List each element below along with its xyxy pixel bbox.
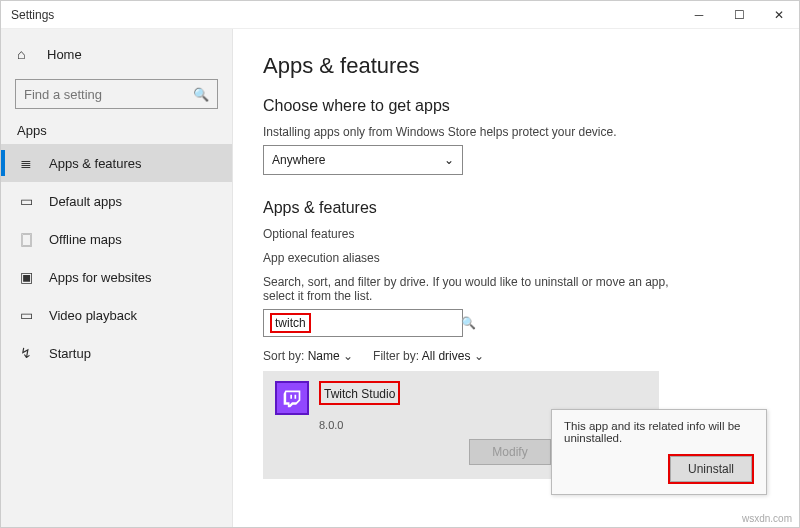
window-title: Settings: [11, 8, 54, 22]
startup-icon: ↯: [17, 345, 35, 361]
sort-by[interactable]: Sort by: Name ⌄: [263, 349, 353, 363]
popup-uninstall-highlight: Uninstall: [668, 454, 754, 484]
sidebar-item-label: Startup: [49, 346, 91, 361]
popup-uninstall-label: Uninstall: [688, 462, 734, 476]
search-icon: 🔍: [193, 87, 209, 102]
nav-group-label: Apps: [1, 109, 232, 144]
minimize-button[interactable]: ─: [679, 1, 719, 29]
search-apps-box[interactable]: twitch 🔍: [263, 309, 463, 337]
twitch-icon: [275, 381, 309, 415]
search-input-value[interactable]: twitch: [275, 316, 306, 330]
sidebar-item-startup[interactable]: ↯ Startup: [1, 334, 232, 372]
where-desc: Installing apps only from Windows Store …: [263, 125, 769, 139]
sidebar-item-label: Video playback: [49, 308, 137, 323]
home-icon: ⌂: [17, 46, 35, 62]
default-apps-icon: ▭: [17, 193, 35, 209]
chevron-down-icon: ⌄: [444, 153, 454, 167]
where-dropdown[interactable]: Anywhere ⌄: [263, 145, 463, 175]
search-value-highlight: twitch: [270, 313, 311, 333]
sidebar-item-label: Offline maps: [49, 232, 122, 247]
sidebar-item-apps-features[interactable]: ≣ Apps & features: [1, 144, 232, 182]
app-version: 8.0.0: [319, 419, 400, 431]
uninstall-popup: This app and its related info will be un…: [551, 409, 767, 495]
sort-value: Name: [308, 349, 340, 363]
filter-label: Filter by:: [373, 349, 419, 363]
filter-value: All drives: [422, 349, 471, 363]
sidebar-item-default-apps[interactable]: ▭ Default apps: [1, 182, 232, 220]
chevron-down-icon: ⌄: [343, 349, 353, 363]
map-icon: 🀆: [17, 231, 35, 248]
list-icon: ≣: [17, 155, 35, 171]
apps-section-heading: Apps & features: [263, 199, 769, 217]
filter-by[interactable]: Filter by: All drives ⌄: [373, 349, 484, 363]
video-icon: ▭: [17, 307, 35, 323]
app-name: Twitch Studio: [324, 387, 395, 401]
popup-uninstall-button[interactable]: Uninstall: [670, 456, 752, 482]
popup-text: This app and its related info will be un…: [564, 420, 754, 444]
modify-button: Modify: [469, 439, 551, 465]
sidebar: ⌂ Home 🔍 Apps ≣ Apps & features ▭ Defaul…: [1, 29, 233, 527]
app-aliases-link[interactable]: App execution aliases: [263, 251, 769, 265]
modify-label: Modify: [492, 445, 527, 459]
where-value: Anywhere: [272, 153, 325, 167]
main-panel: Apps & features Choose where to get apps…: [233, 29, 799, 527]
page-title: Apps & features: [263, 53, 769, 79]
search-icon: 🔍: [461, 316, 476, 330]
sidebar-item-label: Default apps: [49, 194, 122, 209]
chevron-down-icon: ⌄: [474, 349, 484, 363]
optional-features-link[interactable]: Optional features: [263, 227, 769, 241]
sidebar-item-video-playback[interactable]: ▭ Video playback: [1, 296, 232, 334]
sidebar-item-label: Apps for websites: [49, 270, 152, 285]
where-heading: Choose where to get apps: [263, 97, 769, 115]
find-setting-box[interactable]: 🔍: [15, 79, 218, 109]
sidebar-item-label: Apps & features: [49, 156, 142, 171]
titlebar: Settings ─ ☐ ✕: [1, 1, 799, 29]
find-setting-input[interactable]: [24, 87, 193, 102]
search-hint: Search, sort, and filter by drive. If yo…: [263, 275, 693, 303]
home-label: Home: [47, 47, 82, 62]
sort-label: Sort by:: [263, 349, 304, 363]
sidebar-item-apps-websites[interactable]: ▣ Apps for websites: [1, 258, 232, 296]
maximize-button[interactable]: ☐: [719, 1, 759, 29]
sidebar-item-offline-maps[interactable]: 🀆 Offline maps: [1, 220, 232, 258]
home-nav[interactable]: ⌂ Home: [1, 39, 232, 69]
apps-websites-icon: ▣: [17, 269, 35, 285]
app-name-highlight: Twitch Studio: [319, 381, 400, 405]
close-button[interactable]: ✕: [759, 1, 799, 29]
watermark: wsxdn.com: [742, 513, 792, 524]
